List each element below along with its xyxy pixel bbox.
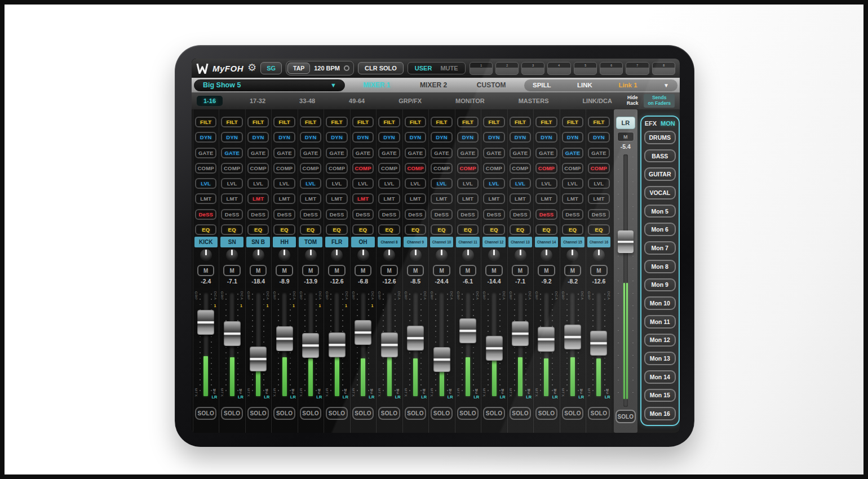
comp-button[interactable]: COMP bbox=[300, 163, 321, 174]
rack-slot-mon-11[interactable]: Mon 11 bbox=[644, 315, 676, 329]
rack-slot-mon-6[interactable]: Mon 6 bbox=[644, 223, 676, 236]
rack-slot-mon-16[interactable]: Mon 16 bbox=[644, 407, 676, 420]
eq-button[interactable]: EQ bbox=[562, 224, 583, 235]
gate-button[interactable]: GATE bbox=[588, 148, 609, 158]
gate-button[interactable]: GATE bbox=[483, 148, 504, 158]
rack-slot-mon-15[interactable]: Mon 15 bbox=[644, 389, 676, 402]
lvl-button[interactable]: LVL bbox=[431, 178, 452, 189]
channel-name[interactable]: FLR bbox=[325, 237, 348, 247]
fader-cap[interactable] bbox=[486, 336, 503, 361]
rack-slot-mon-7[interactable]: Mon 7 bbox=[644, 241, 676, 255]
eq-button[interactable]: EQ bbox=[535, 224, 557, 235]
fader-cap[interactable] bbox=[250, 347, 267, 371]
filt-button[interactable]: FILT bbox=[483, 117, 504, 127]
fader-cap[interactable] bbox=[512, 321, 529, 346]
dyn-button[interactable]: DYN bbox=[247, 132, 269, 143]
master-lr-button[interactable]: LR bbox=[616, 117, 635, 129]
lmt-button[interactable]: LMT bbox=[273, 193, 295, 204]
bank-tab-1-16[interactable]: 1-16 bbox=[197, 96, 223, 106]
lvl-button[interactable]: LVL bbox=[352, 178, 374, 189]
dess-button[interactable]: DeSS bbox=[588, 209, 609, 220]
channel-name[interactable]: Channel 13 bbox=[508, 237, 532, 247]
channel-mute-button[interactable]: M bbox=[459, 265, 476, 276]
filt-button[interactable]: FILT bbox=[588, 117, 609, 127]
comp-button[interactable]: COMP bbox=[352, 163, 374, 174]
channel-mute-button[interactable]: M bbox=[276, 265, 293, 276]
dess-button[interactable]: DeSS bbox=[195, 209, 216, 220]
solo-button[interactable]: SOLO bbox=[300, 407, 321, 420]
gate-button[interactable]: GATE bbox=[457, 148, 479, 158]
channel-name[interactable]: KICK bbox=[194, 237, 218, 247]
comp-button[interactable]: COMP bbox=[588, 163, 609, 174]
filt-button[interactable]: FILT bbox=[247, 117, 269, 127]
fader-cap[interactable] bbox=[459, 318, 476, 343]
dess-button[interactable]: DeSS bbox=[300, 209, 321, 220]
rack-slot-mon-8[interactable]: Mon 8 bbox=[644, 260, 676, 273]
filt-button[interactable]: FILT bbox=[326, 117, 347, 127]
filt-button[interactable]: FILT bbox=[221, 117, 242, 127]
dyn-button[interactable]: DYN bbox=[510, 132, 531, 143]
solo-button[interactable]: SOLO bbox=[431, 407, 452, 420]
filt-button[interactable]: FILT bbox=[378, 117, 400, 127]
fader-cap[interactable] bbox=[433, 347, 450, 372]
dess-button[interactable]: DeSS bbox=[535, 209, 557, 220]
dess-button[interactable]: DeSS bbox=[457, 209, 479, 220]
dess-button[interactable]: DeSS bbox=[273, 209, 295, 220]
fader-cap[interactable] bbox=[329, 332, 346, 357]
bank-tab-monitor[interactable]: MONITOR bbox=[449, 96, 491, 106]
gate-button[interactable]: GATE bbox=[273, 148, 295, 158]
eq-button[interactable]: EQ bbox=[483, 224, 504, 235]
rack-slot-mon-13[interactable]: Mon 13 bbox=[644, 352, 676, 365]
dess-button[interactable]: DeSS bbox=[221, 209, 242, 220]
bank-tab-link-dca[interactable]: LINK/DCA bbox=[575, 96, 619, 106]
filt-button[interactable]: FILT bbox=[300, 117, 321, 127]
rack-slot-bass[interactable]: BASS bbox=[644, 149, 676, 163]
channel-mute-button[interactable]: M bbox=[250, 265, 267, 276]
lvl-button[interactable]: LVL bbox=[588, 178, 609, 189]
gate-button[interactable]: GATE bbox=[431, 148, 452, 158]
eq-button[interactable]: EQ bbox=[352, 224, 374, 235]
solo-button[interactable]: SOLO bbox=[273, 407, 295, 420]
user-mode-button[interactable]: USER bbox=[415, 65, 432, 72]
lmt-button[interactable]: LMT bbox=[483, 193, 504, 204]
comp-button[interactable]: COMP bbox=[457, 163, 479, 174]
user-assign-button-1[interactable]: 1 bbox=[470, 62, 493, 75]
filt-button[interactable]: FILT bbox=[195, 117, 216, 127]
eq-button[interactable]: EQ bbox=[588, 224, 609, 235]
lvl-button[interactable]: LVL bbox=[247, 178, 269, 189]
chevron-down-icon[interactable]: ▼ bbox=[663, 82, 669, 88]
channel-mute-button[interactable]: M bbox=[380, 265, 397, 276]
comp-button[interactable]: COMP bbox=[195, 163, 216, 174]
gate-button[interactable]: GATE bbox=[535, 148, 557, 158]
channel-mute-button[interactable]: M bbox=[197, 265, 214, 276]
rack-slot-guitar[interactable]: GUITAR bbox=[644, 167, 676, 181]
tab-mixer-2[interactable]: MIXER 2 bbox=[420, 81, 447, 89]
filt-button[interactable]: FILT bbox=[352, 117, 374, 127]
gate-button[interactable]: GATE bbox=[300, 148, 321, 158]
filt-button[interactable]: FILT bbox=[405, 117, 426, 127]
dyn-button[interactable]: DYN bbox=[300, 132, 321, 143]
lvl-button[interactable]: LVL bbox=[195, 178, 216, 189]
channel-name[interactable]: Channel 14 bbox=[535, 237, 558, 247]
lmt-button[interactable]: LMT bbox=[405, 193, 426, 204]
filt-button[interactable]: FILT bbox=[457, 117, 479, 127]
dyn-button[interactable]: DYN bbox=[483, 132, 504, 143]
channel-mute-button[interactable]: M bbox=[433, 265, 450, 276]
comp-button[interactable]: COMP bbox=[221, 163, 242, 174]
gate-button[interactable]: GATE bbox=[405, 148, 426, 158]
tab-custom[interactable]: CUSTOM bbox=[477, 81, 506, 89]
solo-button[interactable]: SOLO bbox=[405, 407, 426, 420]
dyn-button[interactable]: DYN bbox=[195, 132, 216, 143]
clear-solo-button[interactable]: CLR SOLO bbox=[358, 62, 404, 74]
eq-button[interactable]: EQ bbox=[378, 224, 400, 235]
channel-name[interactable]: Channel 11 bbox=[456, 237, 479, 247]
solo-button[interactable]: SOLO bbox=[221, 407, 242, 420]
dyn-button[interactable]: DYN bbox=[535, 132, 557, 143]
gear-icon[interactable]: ⚙ bbox=[247, 63, 256, 73]
gate-button[interactable]: GATE bbox=[195, 148, 216, 158]
lvl-button[interactable]: LVL bbox=[562, 178, 583, 189]
lmt-button[interactable]: LMT bbox=[247, 193, 269, 204]
comp-button[interactable]: COMP bbox=[535, 163, 557, 174]
dess-button[interactable]: DeSS bbox=[326, 209, 347, 220]
lvl-button[interactable]: LVL bbox=[326, 178, 347, 189]
